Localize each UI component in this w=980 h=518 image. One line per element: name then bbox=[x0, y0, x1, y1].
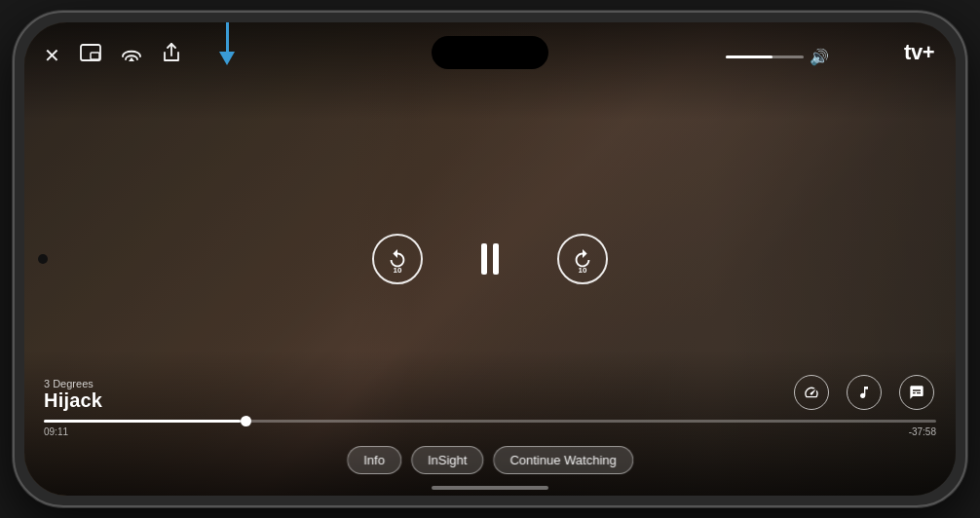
subtitles-button[interactable] bbox=[899, 375, 934, 410]
time-elapsed: 09:11 bbox=[44, 426, 68, 437]
time-labels: 09:11 -37:58 bbox=[44, 426, 936, 437]
airplay-button[interactable] bbox=[121, 43, 142, 67]
home-indicator[interactable] bbox=[432, 486, 548, 490]
volume-track bbox=[726, 56, 804, 58]
playback-speed-button[interactable] bbox=[794, 375, 829, 410]
arrow-shaft bbox=[226, 22, 229, 52]
pause-bar-right bbox=[493, 243, 499, 275]
continue-watching-button[interactable]: Continue Watching bbox=[493, 446, 632, 474]
svg-rect-1 bbox=[91, 53, 99, 59]
audio-icon bbox=[856, 385, 872, 400]
progress-container[interactable]: 09:11 -37:58 bbox=[44, 420, 936, 437]
audio-button[interactable] bbox=[847, 375, 882, 410]
front-camera bbox=[38, 254, 48, 264]
volume-icon: 🔊 bbox=[810, 48, 829, 66]
appletv-brand: tv+ bbox=[902, 40, 934, 65]
skip-forward-button[interactable]: 10 bbox=[557, 234, 608, 284]
top-left-controls: ✕ bbox=[44, 42, 181, 68]
skip-back-button[interactable]: 10 bbox=[372, 234, 423, 284]
arrow-indicator bbox=[219, 22, 235, 65]
appletv-text: tv+ bbox=[904, 40, 934, 65]
progress-fill bbox=[44, 420, 241, 423]
volume-fill bbox=[726, 56, 773, 58]
pip-button[interactable] bbox=[80, 44, 101, 66]
time-remaining: -37:58 bbox=[909, 426, 936, 437]
info-button[interactable]: Info bbox=[347, 446, 401, 474]
skip-forward-label: 10 bbox=[579, 266, 587, 275]
close-button[interactable]: ✕ bbox=[44, 44, 60, 67]
side-button-left bbox=[13, 149, 15, 188]
pill-buttons: Info InSight Continue Watching bbox=[347, 446, 633, 474]
svg-marker-2 bbox=[129, 57, 134, 61]
subtitles-icon bbox=[909, 385, 924, 400]
pause-button[interactable] bbox=[481, 243, 499, 275]
dynamic-island bbox=[432, 36, 548, 69]
screen: ✕ bbox=[24, 22, 956, 496]
appletv-logo: tv+ bbox=[902, 40, 934, 65]
progress-track bbox=[44, 420, 936, 423]
volume-control[interactable]: 🔊 bbox=[726, 48, 829, 66]
insight-button[interactable]: InSight bbox=[411, 446, 483, 474]
arrow-head bbox=[219, 52, 235, 65]
side-button-right bbox=[965, 168, 967, 237]
center-controls: 10 10 bbox=[372, 234, 608, 284]
speed-icon bbox=[804, 385, 819, 400]
phone-frame: ✕ bbox=[13, 11, 967, 507]
skip-back-label: 10 bbox=[394, 266, 402, 275]
bottom-right-icons bbox=[794, 375, 934, 410]
pause-icon bbox=[481, 243, 499, 275]
share-button[interactable] bbox=[162, 42, 181, 68]
pause-bar-left bbox=[481, 243, 487, 275]
progress-thumb bbox=[241, 416, 251, 426]
